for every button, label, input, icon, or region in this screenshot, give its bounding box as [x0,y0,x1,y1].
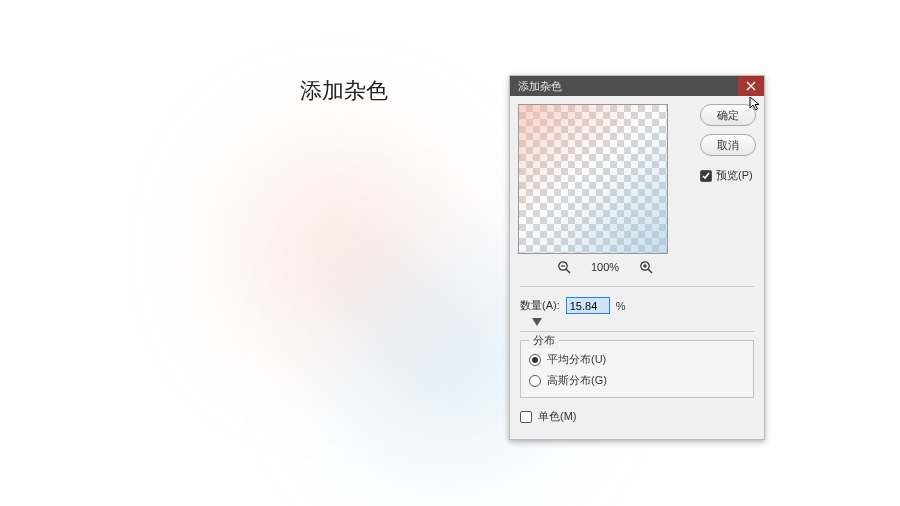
close-button[interactable] [738,76,764,96]
svg-line-1 [566,269,570,273]
ok-button[interactable]: 确定 [700,104,756,126]
close-icon [746,81,756,91]
add-noise-dialog: 添加杂色 100% 确定 取消 预览 [509,75,765,440]
monochrome-checkbox-label: 单色(M) [538,409,577,424]
zoom-in-icon [639,260,653,274]
preview-checkbox-label: 预览(P) [716,168,753,183]
uniform-radio[interactable] [529,354,541,366]
uniform-radio-label: 平均分布(U) [547,352,606,367]
zoom-out-icon [557,260,571,274]
check-icon [701,171,711,181]
svg-line-4 [648,269,652,273]
page-title: 添加杂色 [300,76,388,106]
monochrome-checkbox[interactable] [520,411,532,423]
amount-input[interactable] [566,297,610,314]
distribution-legend: 分布 [529,333,559,348]
preview-checkbox[interactable] [700,170,712,182]
gaussian-radio-label: 高斯分布(G) [547,373,607,388]
slider-thumb[interactable] [532,318,542,326]
noise-preview[interactable] [518,104,668,254]
zoom-in-button[interactable] [639,260,653,274]
zoom-level: 100% [591,261,619,273]
dialog-titlebar[interactable]: 添加杂色 [510,76,764,96]
distribution-fieldset: 分布 平均分布(U) 高斯分布(G) [520,340,754,398]
amount-slider[interactable] [520,316,754,332]
dialog-title: 添加杂色 [518,79,562,94]
cancel-button[interactable]: 取消 [700,134,756,156]
gaussian-radio[interactable] [529,375,541,387]
amount-label: 数量(A): [520,298,560,313]
amount-unit: % [616,300,626,312]
zoom-out-button[interactable] [557,260,571,274]
